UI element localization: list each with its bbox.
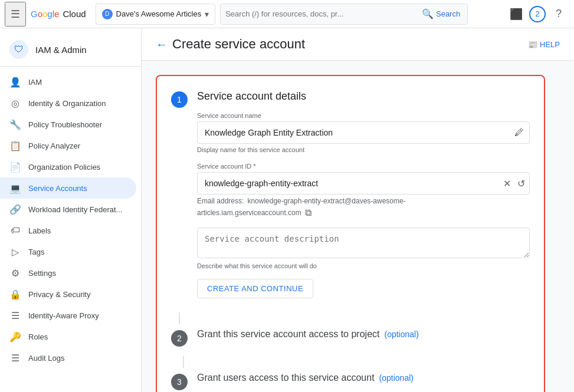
step-1-content: Service account details Service account …	[197, 90, 530, 298]
sidebar-item-label: Tags	[28, 248, 44, 256]
search-bar[interactable]: 🔍 Search	[220, 4, 468, 25]
sidebar-item-label: Settings	[28, 269, 56, 278]
terminal-icon: ⬛	[510, 8, 523, 21]
sidebar-item-privacy-security[interactable]: 🔒 Privacy & Security	[0, 284, 136, 305]
sidebar-title: IAM & Admin	[35, 45, 87, 55]
help-button[interactable]: ?	[548, 4, 569, 25]
back-button[interactable]: ←	[156, 38, 168, 51]
org-policies-icon: 📄	[9, 161, 21, 173]
sidebar-item-org-policies[interactable]: 📄 Organization Policies	[0, 156, 136, 177]
step-1-title: Service account details	[197, 90, 530, 103]
topbar-logo: Google Cloud	[31, 9, 86, 19]
wizard-card: 1 Service account details Service accoun…	[156, 75, 545, 392]
sidebar-item-identity-aware-proxy[interactable]: ☰ Identity-Aware Proxy	[0, 305, 136, 326]
id-input-wrapper: ✕ ↺	[197, 172, 530, 195]
name-input-wrapper: 🖉	[197, 121, 530, 144]
main-content: ← Create service account 📰 HELP 1 Servic…	[142, 28, 574, 392]
step-3-optional: (optional)	[379, 373, 414, 383]
menu-icon[interactable]: ☰	[5, 2, 26, 27]
name-label: Service account name	[197, 112, 530, 119]
sidebar-item-workload-identity[interactable]: 🔗 Workload Identity Federat...	[0, 199, 136, 220]
step-2-content: Grant this service account access to pro…	[197, 329, 419, 340]
iam-icon: 👤	[9, 76, 21, 88]
step-1: 1 Service account details Service accoun…	[171, 90, 530, 298]
clear-id-button[interactable]: ✕	[503, 178, 511, 189]
step-3: 3 Grant users access to this service acc…	[171, 373, 530, 390]
policy-analyzer-icon: 📋	[9, 140, 21, 151]
project-icon: D	[102, 9, 113, 19]
chevron-down-icon: ▾	[205, 9, 209, 19]
sidebar-item-label: Labels	[28, 226, 51, 235]
email-prefix: Email address:	[197, 197, 244, 205]
sidebar-item-identity-org[interactable]: ◎ Identity & Organization	[0, 93, 136, 114]
service-account-id-group: Service account ID * ✕ ↺ Email address: …	[197, 163, 530, 218]
search-input[interactable]	[225, 9, 419, 18]
page-content-area: 1 Service account details Service accoun…	[142, 61, 574, 392]
id-label: Service account ID *	[197, 163, 530, 170]
service-account-name-input[interactable]	[197, 121, 530, 144]
labels-icon: 🏷	[9, 225, 21, 236]
page-header: ← Create service account 📰 HELP	[142, 28, 574, 61]
terminal-button[interactable]: ⬛	[506, 4, 527, 25]
page-title: Create service account	[172, 37, 305, 52]
help-article-button[interactable]: 📰 HELP	[528, 40, 560, 49]
project-selector[interactable]: D Dave's Awesome Articles ▾	[96, 4, 216, 25]
topbar: ☰ Google Cloud D Dave's Awesome Articles…	[0, 0, 574, 28]
identity-org-icon: ◎	[9, 97, 21, 109]
service-account-name-group: Service account name 🖉 Display name for …	[197, 112, 530, 153]
sidebar-item-iam[interactable]: 👤 IAM	[0, 71, 136, 93]
policy-troubleshooter-icon: 🔧	[9, 118, 21, 130]
step-2-number: 2	[171, 330, 188, 347]
sidebar-item-label: Identity & Organization	[28, 99, 106, 108]
tags-icon: ▷	[9, 246, 21, 258]
create-and-continue-button[interactable]: CREATE AND CONTINUE	[197, 279, 313, 298]
sidebar-item-label: Policy Troubleshooter	[28, 120, 102, 129]
audit-logs-icon: ☰	[9, 352, 21, 364]
roles-icon: 🔑	[9, 331, 21, 342]
sidebar-item-roles[interactable]: 🔑 Roles	[0, 326, 136, 347]
refresh-id-button[interactable]: ↺	[517, 178, 525, 189]
email-domain-row: articles.iam.gserviceaccount.com ⧉	[197, 207, 530, 218]
step-2-title: Grant this service account access to pro…	[197, 329, 379, 340]
sidebar-item-label: Audit Logs	[28, 354, 64, 363]
step-2-optional: (optional)	[384, 330, 418, 339]
sidebar-item-label: Policy Analyzer	[28, 141, 80, 150]
step-2: 2 Grant this service account access to p…	[171, 329, 530, 347]
cloud-label: Cloud	[63, 9, 86, 19]
email-domain: articles.iam.gserviceaccount.com	[197, 209, 301, 217]
step-3-title: Grant users access to this service accou…	[197, 373, 375, 383]
copy-icon[interactable]: ⧉	[305, 207, 311, 218]
sidebar-item-audit-logs[interactable]: ☰ Audit Logs	[0, 347, 136, 368]
sidebar-item-label: Identity-Aware Proxy	[28, 311, 99, 320]
google-logo: Google	[31, 9, 59, 19]
desc-hint: Describe what this service account will …	[197, 262, 530, 269]
step-3-number: 3	[171, 374, 188, 390]
sidebar-item-service-accounts[interactable]: 💻 Service Accounts	[0, 177, 136, 199]
sidebar-item-label: Privacy & Security	[28, 290, 90, 299]
sidebar-item-policy-analyzer[interactable]: 📋 Policy Analyzer	[0, 135, 136, 156]
description-group: Describe what this service account will …	[197, 228, 530, 269]
step-3-content: Grant users access to this service accou…	[197, 373, 414, 383]
name-hint: Display name for this service account	[197, 146, 530, 153]
sidebar-item-label: Organization Policies	[28, 163, 100, 172]
search-button[interactable]: 🔍 Search	[419, 8, 463, 19]
sidebar-item-label: Service Accounts	[28, 184, 87, 193]
step-1-number: 1	[171, 91, 188, 108]
email-short: knowledge-graph-entity-extract@daves-awe…	[247, 197, 405, 205]
email-row: Email address: knowledge-graph-entity-ex…	[197, 197, 530, 205]
privacy-security-icon: 🔒	[9, 288, 21, 300]
iam-admin-icon: 🛡	[9, 40, 28, 59]
service-account-id-input[interactable]	[197, 172, 530, 195]
settings-icon: ⚙	[9, 267, 21, 279]
sidebar-item-settings[interactable]: ⚙ Settings	[0, 262, 136, 284]
description-input[interactable]	[197, 228, 530, 258]
sidebar-item-label: IAM	[28, 78, 42, 87]
sidebar-item-labels[interactable]: 🏷 Labels	[0, 220, 136, 241]
sidebar-item-policy-troubleshooter[interactable]: 🔧 Policy Troubleshooter	[0, 114, 136, 135]
sidebar: 🛡 IAM & Admin 👤 IAM ◎ Identity & Organiz…	[0, 28, 142, 392]
sidebar-item-tags[interactable]: ▷ Tags	[0, 241, 136, 262]
workload-identity-icon: 🔗	[9, 203, 21, 215]
service-accounts-icon: 💻	[9, 182, 21, 194]
notification-badge[interactable]: 2	[529, 6, 546, 22]
sidebar-header: 🛡 IAM & Admin	[0, 33, 141, 67]
